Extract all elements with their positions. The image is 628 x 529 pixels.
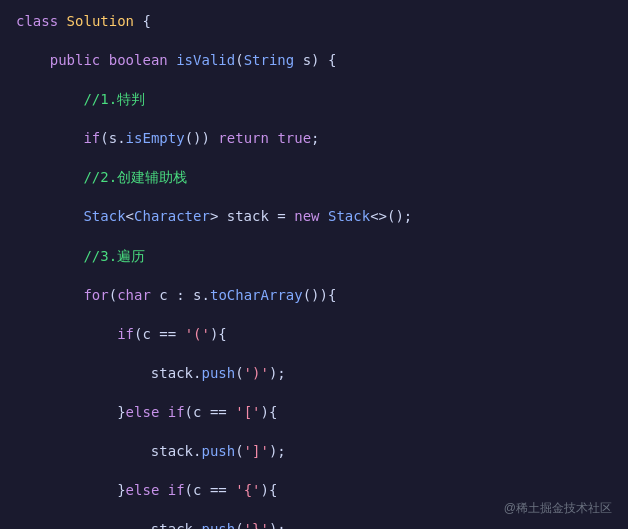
code-line-13: }else if(c == '{'){ (16, 479, 612, 502)
watermark: @稀土掘金技术社区 (504, 500, 612, 517)
code-line-7: //3.遍历 (16, 245, 612, 268)
code-line-1: class Solution { (16, 10, 612, 33)
code-block: class Solution { public boolean isValid(… (0, 0, 628, 529)
code-line-10: stack.push(')'); (16, 362, 612, 385)
code-line-8: for(char c : s.toCharArray()){ (16, 284, 612, 307)
code-line-12: stack.push(']'); (16, 440, 612, 463)
code-line-14: stack.push('}'); (16, 518, 612, 529)
code-line-4: if(s.isEmpty()) return true; (16, 127, 612, 150)
code-line-5: //2.创建辅助栈 (16, 166, 612, 189)
code-line-3: //1.特判 (16, 88, 612, 111)
code-line-11: }else if(c == '['){ (16, 401, 612, 424)
code-line-2: public boolean isValid(String s) { (16, 49, 612, 72)
code-line-6: Stack<Character> stack = new Stack<>(); (16, 205, 612, 228)
code-line-9: if(c == '('){ (16, 323, 612, 346)
